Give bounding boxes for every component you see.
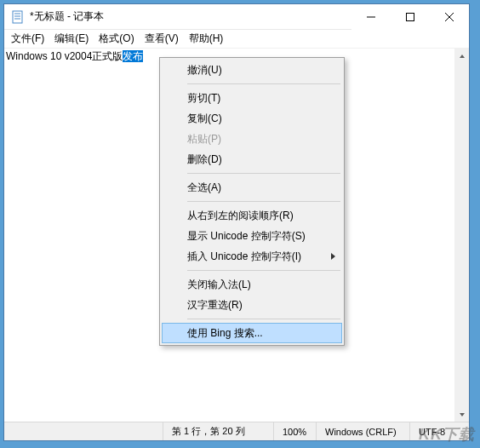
titlebar: *无标题 - 记事本 bbox=[4, 4, 469, 30]
ctx-separator bbox=[187, 83, 340, 84]
notepad-icon bbox=[11, 10, 25, 24]
ctx-separator bbox=[187, 201, 340, 202]
ctx-separator bbox=[187, 173, 340, 174]
close-button[interactable] bbox=[430, 4, 469, 30]
chevron-right-icon bbox=[331, 253, 335, 260]
ctx-separator bbox=[187, 270, 340, 271]
menu-file[interactable]: 文件(F) bbox=[6, 30, 49, 48]
statusbar: 第 1 行，第 20 列 100% Windows (CRLF) UTF-8 bbox=[4, 422, 469, 440]
ctx-hanzi[interactable]: 汉字重选(R) bbox=[162, 295, 342, 315]
ctx-close-ime[interactable]: 关闭输入法(L) bbox=[162, 274, 342, 295]
scroll-up-icon[interactable] bbox=[454, 49, 469, 63]
ctx-select-all[interactable]: 全选(A) bbox=[162, 177, 342, 198]
status-zoom: 100% bbox=[273, 422, 316, 440]
window-title: *无标题 - 记事本 bbox=[30, 9, 351, 24]
ctx-copy[interactable]: 复制(C) bbox=[162, 108, 342, 129]
minimize-button[interactable] bbox=[351, 4, 391, 30]
vertical-scrollbar[interactable] bbox=[454, 49, 469, 422]
window-controls bbox=[351, 4, 469, 30]
status-position: 第 1 行，第 20 列 bbox=[163, 422, 273, 440]
text-selected: 发布 bbox=[123, 50, 143, 62]
ctx-show-unicode[interactable]: 显示 Unicode 控制字符(S) bbox=[162, 226, 342, 246]
ctx-undo[interactable]: 撤消(U) bbox=[162, 60, 342, 80]
text-plain: Windows 10 v2004正式版 bbox=[6, 50, 123, 62]
status-eol: Windows (CRLF) bbox=[316, 422, 409, 440]
menu-edit[interactable]: 编辑(E) bbox=[49, 30, 94, 48]
menu-help[interactable]: 帮助(H) bbox=[184, 30, 229, 48]
ctx-rtl[interactable]: 从右到左的阅读顺序(R) bbox=[162, 205, 342, 226]
ctx-separator bbox=[187, 319, 340, 319]
ctx-cut[interactable]: 剪切(T) bbox=[162, 88, 342, 108]
svg-rect-0 bbox=[13, 11, 22, 23]
ctx-insert-unicode[interactable]: 插入 Unicode 控制字符(I) bbox=[162, 246, 342, 267]
editor-content: Windows 10 v2004正式版发布 bbox=[6, 49, 143, 64]
maximize-button[interactable] bbox=[391, 4, 430, 30]
svg-rect-5 bbox=[407, 13, 414, 20]
menu-format[interactable]: 格式(O) bbox=[94, 30, 139, 48]
ctx-delete[interactable]: 删除(D) bbox=[162, 149, 342, 169]
ctx-bing-search[interactable]: 使用 Bing 搜索... bbox=[162, 323, 342, 343]
watermark: KK下载 bbox=[419, 424, 475, 445]
menu-view[interactable]: 查看(V) bbox=[140, 30, 184, 48]
scroll-track[interactable] bbox=[454, 63, 469, 407]
context-menu: 撤消(U) 剪切(T) 复制(C) 粘贴(P) 删除(D) 全选(A) 从右到左… bbox=[159, 57, 345, 346]
menubar: 文件(F) 编辑(E) 格式(O) 查看(V) 帮助(H) bbox=[4, 30, 469, 49]
ctx-paste[interactable]: 粘贴(P) bbox=[162, 129, 342, 149]
scroll-down-icon[interactable] bbox=[454, 407, 469, 422]
